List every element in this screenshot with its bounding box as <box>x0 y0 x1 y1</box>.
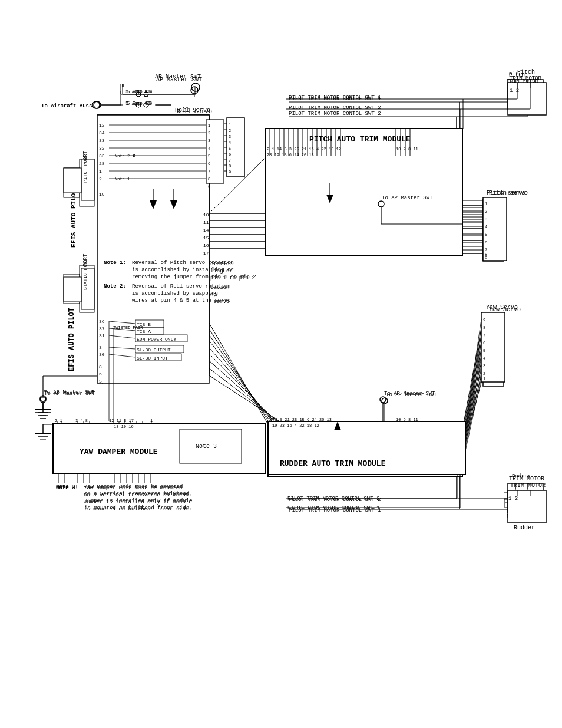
svg-text:3: 3 <box>208 139 210 143</box>
svg-text:7: 7 <box>485 248 487 252</box>
svg-text:1  3  5 21 25  15  6 24 20 13: 1 3 5 21 25 15 6 24 20 13 <box>270 417 332 422</box>
svg-text:SL-30 OUTPUT: SL-30 OUTPUT <box>137 347 171 353</box>
svg-text:10 9 8 11: 10 9 8 11 <box>396 147 418 151</box>
svg-text:Jumper is installed only if mo: Jumper is installed only if module <box>84 498 193 504</box>
svg-text:Note 1: Note 1 <box>115 177 130 182</box>
svg-text:5: 5 <box>208 154 210 159</box>
svg-text:6: 6 <box>208 162 210 166</box>
svg-text:2: 2 <box>99 176 102 182</box>
svg-text:32: 32 <box>99 146 105 151</box>
svg-text:34: 34 <box>99 130 105 136</box>
svg-text:33: 33 <box>99 153 105 159</box>
svg-text:Yaw Damper unit must be mounte: Yaw Damper unit must be mounted <box>84 484 183 490</box>
svg-text:8: 8 <box>99 364 102 370</box>
svg-text:4: 4 <box>485 225 487 229</box>
svg-text:5: 5 <box>483 348 485 353</box>
svg-text:9: 9 <box>229 170 231 174</box>
svg-text:is accomplished by installing : is accomplished by installing or <box>132 267 234 273</box>
svg-text:1        2: 1 2 <box>510 88 519 94</box>
svg-text:2 1: 2 1 <box>55 419 62 423</box>
svg-text:PITCH AUTO TRIM MODULE: PITCH AUTO TRIM MODULE <box>309 135 411 144</box>
svg-text:1: 1 <box>229 123 231 127</box>
svg-text:15: 15 <box>203 235 209 241</box>
svg-text:5: 5 <box>485 232 487 237</box>
svg-text:To Aircraft Buss: To Aircraft Buss <box>41 103 92 109</box>
svg-text:Reversal of Roll servo rotatio: Reversal of Roll servo rotation <box>132 284 230 289</box>
svg-text:6: 6 <box>485 240 487 245</box>
svg-text:Rudder: Rudder <box>514 525 535 531</box>
svg-text:12: 12 <box>99 123 105 128</box>
svg-text:9: 9 <box>485 256 487 261</box>
svg-text:wires at pin 4 & 5 at the serv: wires at pin 4 & 5 at the servo <box>132 298 230 304</box>
svg-text:To AP Master SWT: To AP Master SWT <box>384 391 435 397</box>
svg-text:is mounted on bulkhead front s: is mounted on bulkhead front side. <box>84 505 193 511</box>
svg-text:Note 3:: Note 3: <box>56 484 78 490</box>
svg-rect-225 <box>64 277 81 302</box>
svg-text:3  4  8: 3 4 8 <box>75 419 88 423</box>
wiring-diagram: AP Master SWT T 5 Amp CB To Aircraft Bus… <box>0 0 562 728</box>
svg-text:2: 2 <box>208 131 210 136</box>
svg-text:6: 6 <box>229 152 231 157</box>
svg-text:Roll Servo: Roll Servo <box>175 107 210 114</box>
svg-text:31: 31 <box>99 333 105 338</box>
svg-text:X: X <box>133 153 135 159</box>
svg-rect-221 <box>97 115 209 383</box>
svg-text:8: 8 <box>483 325 485 330</box>
svg-text:Pitch servo: Pitch servo <box>487 190 525 196</box>
svg-text:TRIM MOTOR: TRIM MOTOR <box>510 75 542 81</box>
svg-text:7: 7 <box>483 333 485 338</box>
svg-text:AP Master SWT: AP Master SWT <box>155 74 201 80</box>
svg-text:19 23 16  4  22 18  12: 19 23 16 4 22 18 12 <box>272 423 319 428</box>
svg-text:5: 5 <box>229 146 231 151</box>
svg-text:PILOT TRIM MOTOR CONTOL SWT 1: PILOT TRIM MOTOR CONTOL SWT 1 <box>287 505 380 511</box>
svg-text:1: 1 <box>99 169 102 174</box>
svg-text:RUDDER AUTO TRIM MODULE: RUDDER AUTO TRIM MODULE <box>280 459 386 468</box>
svg-text:3: 3 <box>485 217 487 222</box>
svg-text:PILOT TRIM MOTOR CONTOL SWT 1: PILOT TRIM MOTOR CONTOL SWT 1 <box>289 95 381 101</box>
svg-text:23 19 15  6  24 20 13: 23 19 15 6 24 20 13 <box>267 153 314 157</box>
svg-text:11: 11 <box>203 220 209 225</box>
svg-text:30: 30 <box>99 352 105 357</box>
svg-text:3: 3 <box>229 134 231 139</box>
svg-text:1: 1 <box>208 123 210 128</box>
svg-text:14: 14 <box>203 228 209 233</box>
svg-text:8: 8 <box>208 177 210 182</box>
svg-text:2: 2 <box>485 209 487 214</box>
svg-text:4: 4 <box>483 356 485 361</box>
svg-text:36: 36 <box>99 319 105 324</box>
svg-text:PILOT TRIM MOTOR CONTOL SWT 2: PILOT TRIM MOTOR CONTOL SWT 2 <box>287 496 380 502</box>
svg-text:2: 2 <box>229 129 231 133</box>
svg-text:is accomplished by swapping: is accomplished by swapping <box>132 291 218 297</box>
svg-text:9: 9 <box>483 318 485 322</box>
svg-text:Rudder: Rudder <box>512 473 531 479</box>
svg-text:3: 3 <box>99 345 102 350</box>
svg-text:17: 17 <box>203 251 209 256</box>
svg-text:removing the jumper from pin 1: removing the jumper from pin 1 to pin 2 <box>132 274 256 280</box>
svg-text:SL-30 INPUT: SL-30 INPUT <box>137 355 168 361</box>
svg-text:8: 8 <box>229 164 231 169</box>
efis-label: EFIS AUTO PILOT <box>68 308 76 371</box>
svg-text:3: 3 <box>483 364 485 368</box>
svg-text:Yaw Servo: Yaw Servo <box>486 304 518 311</box>
svg-text:4: 4 <box>229 140 231 145</box>
svg-rect-223 <box>64 168 81 193</box>
svg-text:Note 3: Note 3 <box>196 443 217 450</box>
svg-text:Reversal of Pitch servo rotati: Reversal of Pitch servo rotation <box>132 260 234 266</box>
svg-text:To AP Master SWT: To AP Master SWT <box>44 390 95 396</box>
svg-text:1        2: 1 2 <box>508 496 518 502</box>
svg-text:TWISTED PAIR: TWISTED PAIR <box>113 325 143 330</box>
svg-text:2  1 14  5  3 25 21 16  4 22 1: 2 1 14 5 3 25 21 16 4 22 18 12 <box>267 147 341 151</box>
svg-text:7: 7 <box>208 169 210 174</box>
svg-text:YAW DAMPER MODULE: YAW DAMPER MODULE <box>80 447 158 456</box>
pilot-trim-swt-2: PILOT TRIM MOTOR CONTOL SWT 2 <box>289 111 381 117</box>
svg-text:Note 2:: Note 2: <box>104 284 126 289</box>
svg-text:37: 37 <box>99 326 105 331</box>
svg-text:5: 5 <box>99 378 102 384</box>
svg-text:13  10  16: 13 10 16 <box>114 424 134 429</box>
svg-text:12  11  5  17: 12 11 5 17 <box>109 419 134 423</box>
static-port: STATIC PORT <box>82 259 88 290</box>
svg-text:4: 4 <box>208 146 210 151</box>
svg-text:T: T <box>121 83 124 89</box>
svg-text:PILOT TRIM MOTOR CONTOL SWT 2: PILOT TRIM MOTOR CONTOL SWT 2 <box>289 105 381 111</box>
svg-text:Note 2: Note 2 <box>115 154 130 159</box>
